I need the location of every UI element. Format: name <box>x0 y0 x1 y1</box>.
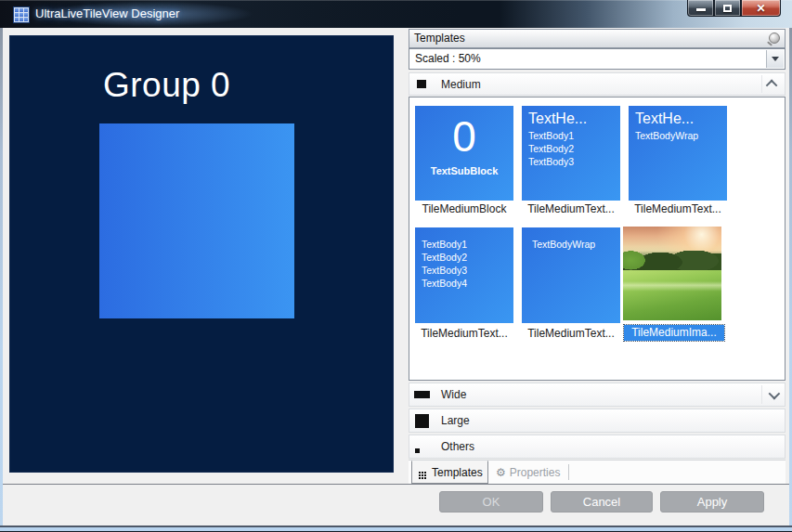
tab-templates[interactable]: Templates <box>411 461 488 484</box>
gear-icon: ⚙ <box>496 467 506 478</box>
titlebar[interactable]: UltraLiveTileView Designer ✕ <box>0 0 792 28</box>
close-icon: ✕ <box>756 3 765 14</box>
tile-caption: TileMediumText... <box>623 201 733 217</box>
group-header-label: Group 0 <box>103 66 230 105</box>
tiny-square-icon <box>415 448 420 453</box>
tile-caption: TileMediumText... <box>516 201 626 217</box>
window-title: UltraLiveTileView Designer <box>35 6 179 20</box>
tab-divider <box>568 464 569 480</box>
tab-templates-label: Templates <box>432 466 483 479</box>
tile-heading: TextHe... <box>629 106 727 129</box>
tile-body-line: TextBody3 <box>522 155 620 168</box>
dialog-client-area: Group 0 Templates Scaled : 50% Medium 0 … <box>3 28 789 526</box>
apply-button[interactable]: Apply <box>660 491 764 513</box>
tile-item-text03[interactable]: TextBody1 TextBody2 TextBody3 TextBody4 <box>415 227 513 323</box>
templates-panel-title: Templates <box>414 32 465 45</box>
ok-button[interactable]: OK <box>439 491 543 513</box>
tab-properties-label: Properties <box>510 466 561 479</box>
medium-template-gallery: 0 TextSubBlock TextHe... TextBody1 TextB… <box>409 97 786 381</box>
tile-body-line: TextBodyWrap <box>522 238 620 251</box>
tile-block-value: 0 <box>452 111 476 162</box>
medium-square-icon <box>417 80 426 88</box>
grid-icon <box>419 472 421 474</box>
tile-item-text02[interactable]: TextHe... TextBodyWrap <box>629 106 727 201</box>
magnifier-icon <box>769 32 780 44</box>
tile-body-line: TextBodyWrap <box>629 129 727 142</box>
tile-body-line: TextBody1 <box>415 238 513 251</box>
section-header-medium[interactable]: Medium <box>409 72 786 96</box>
chevron-up-icon <box>765 80 777 92</box>
live-tile-preview-canvas: Group 0 <box>9 35 394 473</box>
section-header-large[interactable]: Large <box>409 409 786 433</box>
tile-caption: TileMediumBlock <box>409 201 519 217</box>
section-label-others: Others <box>441 440 474 453</box>
tile-heading: TextHe... <box>522 106 620 129</box>
photo-meadow <box>623 270 721 320</box>
templates-panel-header: Templates <box>409 29 786 48</box>
large-square-icon <box>415 414 429 428</box>
section-label-wide: Wide <box>441 388 466 401</box>
tab-properties[interactable]: ⚙ Properties <box>490 461 566 484</box>
minimize-button[interactable] <box>687 0 714 17</box>
chevron-down-icon <box>772 57 779 61</box>
minimize-icon <box>696 8 706 11</box>
tile-body-line: TextBody1 <box>522 129 620 142</box>
tile-item-text04[interactable]: TextBodyWrap <box>522 227 620 323</box>
tile-block-sublabel: TextSubBlock <box>431 165 499 176</box>
section-header-others[interactable]: Others <box>409 435 786 459</box>
app-icon[interactable] <box>13 6 30 23</box>
cancel-button[interactable]: Cancel <box>551 491 653 513</box>
tile-item-image[interactable] <box>623 227 721 320</box>
tile-body-line: TextBody2 <box>522 142 620 155</box>
section-label-large: Large <box>441 414 470 427</box>
tile-body-line: TextBody3 <box>415 264 513 277</box>
tile-item-block[interactable]: 0 TextSubBlock <box>415 106 513 201</box>
maximize-button[interactable] <box>714 0 741 17</box>
close-button[interactable]: ✕ <box>741 0 781 17</box>
tile-item-text01[interactable]: TextHe... TextBody1 TextBody2 TextBody3 <box>522 106 620 201</box>
collapse-medium-button[interactable] <box>761 75 783 93</box>
scale-dropdown-button[interactable] <box>766 50 784 68</box>
window-controls: ✕ <box>687 0 781 17</box>
scale-dropdown[interactable]: Scaled : 50% <box>409 48 786 70</box>
bottom-tab-strip: Templates ⚙ Properties <box>409 460 786 484</box>
window-border-bottom <box>0 526 792 532</box>
tile-body-line: TextBody2 <box>415 251 513 264</box>
tile-body-line: TextBody4 <box>415 277 513 290</box>
tile-caption: TileMediumText... <box>516 326 626 342</box>
expand-wide-button[interactable] <box>761 385 783 404</box>
chevron-down-icon <box>768 387 780 399</box>
tile-caption-selected: TileMediumIma... <box>624 325 724 341</box>
preview-medium-tile[interactable] <box>99 123 294 318</box>
tile-caption: TileMediumText... <box>409 326 519 342</box>
wide-rect-icon <box>414 391 430 398</box>
maximize-icon <box>723 5 732 12</box>
section-header-wide[interactable]: Wide <box>409 383 786 407</box>
scale-dropdown-value: Scaled : 50% <box>415 52 481 65</box>
footer-separator <box>3 484 789 485</box>
section-label-medium: Medium <box>441 78 481 91</box>
